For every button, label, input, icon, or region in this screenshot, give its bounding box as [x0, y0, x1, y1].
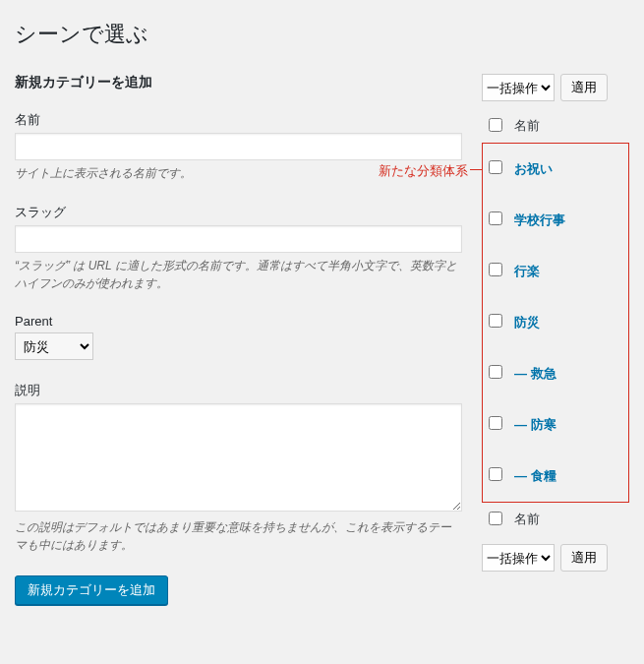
column-name-header-top[interactable]: 名前 — [508, 109, 629, 144]
form-heading: 新規カテゴリーを追加 — [15, 74, 462, 91]
category-link[interactable]: — 防寒 — [514, 417, 556, 432]
category-list-panel: 新たな分類体系 一括操作 適用 名前 お祝い学校行事行楽防災— 救急— 防寒— … — [482, 74, 629, 605]
table-row: 防災 — [483, 297, 629, 348]
category-link[interactable]: — 食糧 — [514, 468, 556, 483]
bulk-action-select-bottom[interactable]: 一括操作 — [482, 544, 555, 572]
table-row: — 食糧 — [483, 451, 629, 503]
description-textarea[interactable] — [15, 403, 462, 512]
add-category-button[interactable]: 新規カテゴリーを追加 — [15, 575, 168, 605]
row-checkbox[interactable] — [489, 263, 502, 276]
table-row: 行楽 — [483, 246, 629, 297]
page-title: シーンで選ぶ — [15, 20, 629, 49]
row-checkbox[interactable] — [489, 160, 502, 174]
select-all-top[interactable] — [489, 118, 502, 132]
parent-select[interactable]: 防災 — [15, 332, 93, 360]
name-label: 名前 — [15, 111, 462, 129]
add-category-form: 新規カテゴリーを追加 名前 サイト上に表示される名前です。 スラッグ “スラッグ… — [15, 74, 462, 605]
row-checkbox[interactable] — [489, 365, 502, 379]
row-checkbox[interactable] — [489, 467, 502, 481]
description-label: 説明 — [15, 382, 462, 399]
category-link[interactable]: 防災 — [514, 315, 540, 330]
table-row: — 防寒 — [483, 399, 629, 451]
select-all-bottom[interactable] — [489, 512, 502, 525]
table-row: 学校行事 — [483, 195, 629, 246]
column-name-header-bottom[interactable]: 名前 — [508, 503, 629, 537]
category-link[interactable]: お祝い — [514, 161, 553, 176]
description-desc: この説明はデフォルトではあまり重要な意味を持ちませんが、これを表示するテーマも中… — [15, 518, 462, 554]
category-link[interactable]: — 救急 — [514, 366, 556, 381]
category-link[interactable]: 学校行事 — [514, 212, 565, 227]
annotation-line — [470, 169, 482, 170]
category-link[interactable]: 行楽 — [514, 264, 540, 278]
row-checkbox[interactable] — [489, 314, 502, 328]
bulk-action-select-top[interactable]: 一括操作 — [482, 74, 555, 101]
row-checkbox[interactable] — [489, 416, 502, 430]
name-desc: サイト上に表示される名前です。 — [15, 164, 462, 182]
row-checkbox[interactable] — [489, 211, 502, 225]
slug-input[interactable] — [15, 225, 462, 253]
table-row: お祝い — [483, 144, 629, 196]
table-row: — 救急 — [483, 348, 629, 399]
name-input[interactable] — [15, 133, 462, 160]
slug-label: スラッグ — [15, 204, 462, 221]
bulk-apply-top[interactable]: 適用 — [560, 74, 608, 101]
bulk-apply-bottom[interactable]: 適用 — [560, 544, 608, 572]
parent-label: Parent — [15, 314, 462, 329]
slug-desc: “スラッグ” は URL に適した形式の名前です。通常はすべて半角小文字で、英数… — [15, 257, 462, 292]
